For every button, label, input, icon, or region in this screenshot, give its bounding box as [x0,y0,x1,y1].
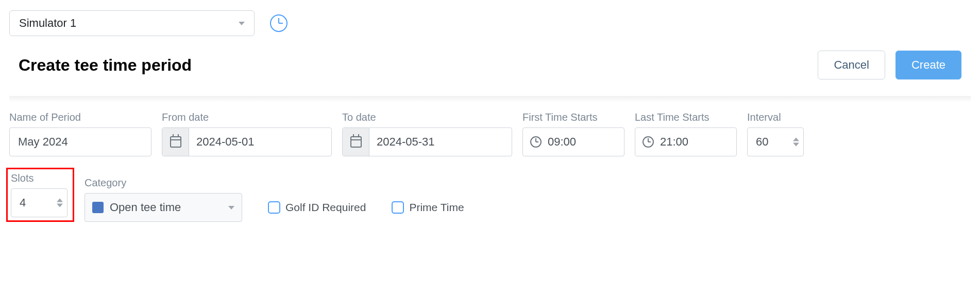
first-time-value: 09:00 [548,135,576,149]
golf-id-label: Golf ID Required [285,201,366,214]
name-input[interactable] [18,135,143,149]
cancel-button[interactable]: Cancel [818,51,885,79]
interval-value: 60 [756,135,768,149]
last-time-value: 21:00 [660,135,688,149]
from-date-label: From date [162,111,332,123]
prime-time-label: Prime Time [409,201,464,214]
clock-icon [530,136,542,148]
simulator-select[interactable]: Simulator 1 [9,10,255,36]
stepper-up-icon[interactable] [57,199,63,202]
slots-label: Slots [11,172,67,184]
create-button[interactable]: Create [895,51,961,79]
category-label: Category [85,177,242,189]
from-date-value: 2024-05-01 [189,135,331,149]
golf-id-checkbox-wrap: Golf ID Required [268,193,366,222]
slots-highlight: Slots 4 [6,168,74,222]
slots-stepper[interactable]: 4 [11,188,67,217]
name-input-wrap [9,127,151,156]
chevron-down-icon [228,206,234,210]
interval-stepper[interactable]: 60 [747,127,804,156]
divider [9,96,971,102]
first-time-input[interactable]: 09:00 [522,127,624,156]
category-color-swatch [92,202,104,213]
to-date-label: To date [342,111,512,123]
golf-id-checkbox[interactable] [268,201,280,214]
to-date-input[interactable]: 2024-05-31 [342,127,512,156]
to-date-value: 2024-05-31 [369,135,512,149]
simulator-select-value: Simulator 1 [19,17,76,30]
header-actions: Cancel Create [818,51,961,79]
clock-icon [643,136,654,148]
interval-label: Interval [747,111,804,123]
prime-time-checkbox-wrap: Prime Time [392,193,464,222]
from-date-input[interactable]: 2024-05-01 [162,127,332,156]
last-time-label: Last Time Starts [635,111,737,123]
name-label: Name of Period [9,111,151,123]
first-time-label: First Time Starts [522,111,624,123]
stepper-up-icon[interactable] [793,138,799,141]
last-time-input[interactable]: 21:00 [635,127,737,156]
category-select[interactable]: Open tee time [85,193,242,222]
category-value: Open tee time [110,201,181,214]
page-title: Create tee time period [19,56,192,75]
chevron-down-icon [239,22,245,25]
clock-icon[interactable] [270,14,288,32]
calendar-icon [162,128,189,156]
prime-time-checkbox[interactable] [392,201,404,214]
stepper-down-icon[interactable] [57,204,63,207]
stepper-down-icon[interactable] [793,143,799,147]
slots-value: 4 [20,196,26,210]
calendar-icon [343,128,369,156]
